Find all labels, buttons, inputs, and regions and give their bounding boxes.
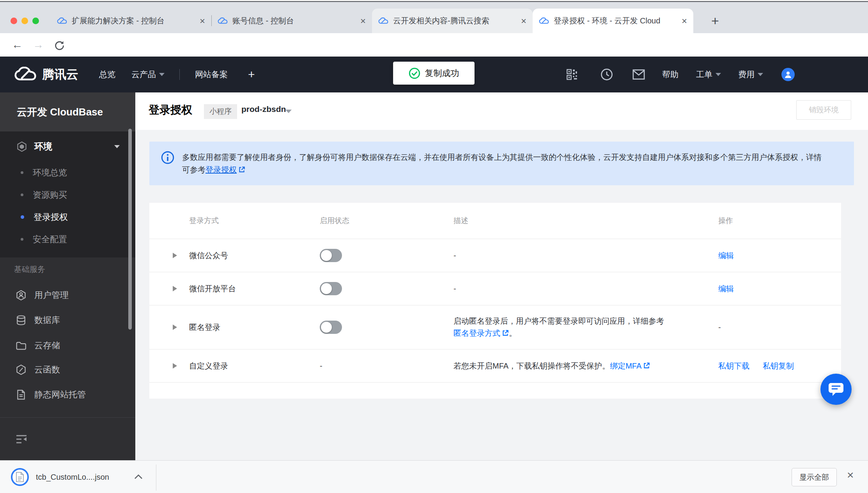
- env-id-selector[interactable]: prod-zbsdn: [241, 105, 286, 114]
- chevron-down-icon[interactable]: [285, 110, 292, 113]
- col-actions: 操作: [718, 203, 733, 239]
- account-avatar[interactable]: [781, 68, 795, 81]
- tab-cloudbase-search[interactable]: 云开发相关内容-腾讯云搜索 ×: [372, 9, 533, 33]
- sidebar-footer: [0, 417, 135, 460]
- folder-icon: [16, 340, 27, 351]
- check-circle-icon: [409, 67, 420, 79]
- bullet-dot: [21, 193, 23, 196]
- chevron-up-icon[interactable]: [134, 474, 143, 479]
- row-status-dash: -: [320, 362, 322, 371]
- row-desc-dash: -: [453, 251, 456, 260]
- toggle-off-switch[interactable]: [320, 321, 342, 334]
- sidebar-scrollbar[interactable]: [128, 129, 132, 330]
- nav-icp-filing[interactable]: 网站备案: [195, 57, 228, 92]
- destroy-env-button[interactable]: 销毁环境: [796, 100, 851, 120]
- sidebar-item-static-hosting[interactable]: 静态网站托管: [0, 382, 135, 407]
- sidebar-item-resource-purchase[interactable]: 资源购买: [0, 184, 135, 206]
- sidebar-item-cloud-storage[interactable]: 云存储: [0, 333, 135, 358]
- forward-button[interactable]: →: [33, 39, 44, 51]
- sidebar-group-environment[interactable]: 环境: [0, 131, 135, 161]
- close-tab-icon[interactable]: ×: [200, 16, 205, 26]
- expand-row-icon[interactable]: [173, 325, 177, 330]
- tencent-cloud-logo[interactable]: 腾讯云: [14, 57, 78, 92]
- chevron-down-icon: [159, 73, 165, 76]
- toggle-off-switch[interactable]: [320, 282, 342, 295]
- login-methods-table: 登录方式 启用状态 描述 操作 微信公众号 - 编辑 微信开放平台 - 编辑: [149, 203, 841, 399]
- close-tab-icon[interactable]: ×: [521, 16, 526, 26]
- close-window-button[interactable]: [11, 18, 17, 24]
- user-management-icon: [16, 290, 27, 301]
- brand-text: 腾讯云: [42, 66, 78, 83]
- nav-overview[interactable]: 总览: [99, 57, 115, 92]
- table-header: 登录方式 启用状态 描述 操作: [149, 203, 841, 239]
- banner-login-auth-link[interactable]: 登录授权: [205, 165, 237, 174]
- tencent-cloud-favicon: [378, 16, 388, 26]
- private-key-copy-link[interactable]: 私钥复制: [763, 361, 794, 371]
- nav-products[interactable]: 云产品: [131, 57, 165, 92]
- table-row-anonymous-login: 匿名登录 启动匿名登录后，用户将不需要登录即可访问应用，详细参考 匿名登录方式。…: [149, 305, 841, 349]
- minimize-window-button[interactable]: [21, 18, 28, 24]
- expand-row-icon[interactable]: [173, 363, 177, 369]
- window-top-edge: [0, 0, 868, 2]
- edit-link[interactable]: 编辑: [718, 250, 734, 261]
- table-row-wechat-open: 微信开放平台 - 编辑: [149, 272, 841, 305]
- close-shelf-icon[interactable]: ×: [847, 469, 854, 481]
- sidebar-item-env-overview[interactable]: 环境总览: [0, 161, 135, 184]
- mail-icon[interactable]: [632, 57, 645, 92]
- sidebar-section-basic-services: 基础服务: [14, 264, 45, 275]
- history-clock-icon[interactable]: [601, 57, 613, 92]
- copy-success-toast: 复制成功: [393, 62, 475, 85]
- expand-row-icon[interactable]: [173, 286, 177, 291]
- browser-address-bar: ← → console.cloud.tencent.com/tcb/env/lo…: [0, 33, 868, 57]
- bind-mfa-link[interactable]: 绑定MFA: [610, 362, 641, 370]
- desc-text: 若您未开启MFA，下载私钥操作将不受保护。: [453, 362, 610, 370]
- reload-button[interactable]: [54, 40, 65, 51]
- edit-link[interactable]: 编辑: [718, 284, 734, 294]
- nav-add-button[interactable]: +: [248, 57, 255, 92]
- tab-login-auth-active[interactable]: 登录授权 - 环境 - 云开发 Cloud ×: [533, 9, 693, 33]
- sidebar-item-user-management[interactable]: 用户管理: [0, 283, 135, 308]
- nav-divider: [179, 69, 180, 80]
- table-row-wechat-official: 微信公众号 - 编辑: [149, 239, 841, 272]
- sidebar-item-login-auth[interactable]: 登录授权: [0, 206, 135, 228]
- nav-help[interactable]: 帮助: [662, 57, 678, 92]
- external-link-icon[interactable]: [502, 330, 509, 337]
- new-tab-button[interactable]: +: [711, 14, 719, 27]
- toggle-off-switch[interactable]: [320, 249, 342, 262]
- sidebar-item-cloud-functions[interactable]: 云函数: [0, 357, 135, 382]
- chat-bubble-icon: [828, 382, 844, 397]
- qr-code-icon[interactable]: [566, 57, 578, 92]
- tab-title: 账号信息 - 控制台: [232, 16, 356, 26]
- sidebar-item-database[interactable]: 数据库: [0, 308, 135, 333]
- screen: 扩展能力解决方案 - 控制台 × 账号信息 - 控制台 × 云开发相关内容-腾讯…: [0, 0, 868, 493]
- sidebar-item-security-config[interactable]: 安全配置: [0, 228, 135, 250]
- tencent-cloud-favicon: [539, 16, 549, 26]
- hexagon-env-icon: [16, 141, 27, 152]
- private-key-download-link[interactable]: 私钥下载: [718, 361, 749, 371]
- close-tab-icon[interactable]: ×: [682, 16, 687, 26]
- external-link-icon[interactable]: [238, 166, 245, 173]
- tab-extension-solutions[interactable]: 扩展能力解决方案 - 控制台 ×: [51, 9, 211, 33]
- expand-row-icon[interactable]: [173, 253, 177, 258]
- collapse-sidebar-icon[interactable]: [16, 434, 27, 444]
- row-desc-dash: -: [453, 284, 456, 293]
- browser-tab-strip: 扩展能力解决方案 - 控制台 × 账号信息 - 控制台 × 云开发相关内容-腾讯…: [0, 0, 868, 33]
- page-title: 登录授权: [149, 103, 192, 117]
- json-file-icon: [16, 472, 24, 482]
- anonymous-login-doc-link[interactable]: 匿名登录方式: [453, 329, 500, 337]
- bullet-dot-active: [21, 215, 24, 219]
- main-content: 登录授权 小程序 prod-zbsdn 销毁环境 多数应用都需要了解使用者身份，…: [135, 92, 868, 460]
- tab-account-info[interactable]: 账号信息 - 控制台 ×: [211, 9, 372, 33]
- zoom-window-button[interactable]: [32, 18, 39, 24]
- nav-ticket[interactable]: 工单: [696, 57, 721, 92]
- show-all-downloads-button[interactable]: 显示全部: [792, 468, 837, 486]
- download-filename[interactable]: tcb_CustomLo....json: [36, 461, 109, 493]
- tab-title: 云开发相关内容-腾讯云搜索: [393, 16, 516, 26]
- support-chat-button[interactable]: [820, 374, 852, 405]
- cloud-function-icon: [16, 364, 27, 375]
- tabs: 扩展能力解决方案 - 控制台 × 账号信息 - 控制台 × 云开发相关内容-腾讯…: [51, 9, 693, 33]
- close-tab-icon[interactable]: ×: [360, 16, 366, 26]
- external-link-icon[interactable]: [643, 362, 650, 369]
- nav-billing[interactable]: 费用: [738, 57, 763, 92]
- back-button[interactable]: ←: [12, 39, 23, 51]
